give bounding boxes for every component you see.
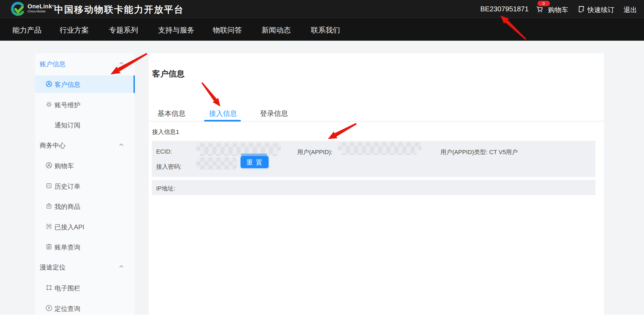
geofence-icon [45,284,53,291]
user-circle-icon [45,162,53,169]
nav-item-news[interactable]: 新闻动态 [262,25,291,35]
sidebar-group-label: 账户信息 [40,60,66,68]
sidebar-item-label: 账号维护 [54,101,80,109]
sidebar-group-label: 漫途定位 [40,263,66,272]
tab-access-info[interactable]: 接入信息 [209,109,237,118]
sidebar-group-account-info[interactable]: 账户信息 [35,55,135,72]
page-title: 客户信息 [152,68,184,79]
active-tab-underline [204,120,241,122]
quick-renew-icon[interactable] [577,5,586,13]
location-pin-icon [45,304,53,312]
sidebar-item-customer-info[interactable]: 客户信息 [35,75,135,93]
site-title: 中国移动物联卡能力开放平台 [54,4,184,16]
bill-clipboard-icon [45,243,53,250]
access-info-section-label: 接入信息1 [152,128,179,136]
user-id-label[interactable]: BE2307951871 [480,5,529,13]
sidebar-item-bill-inquiry[interactable]: 账单查询 [35,238,135,256]
sidebar-group-mantu-location[interactable]: 漫途定位 [35,258,135,276]
redacted-highlight [241,154,267,156]
sidebar-item-label: 我的商品 [54,202,80,211]
tab-basic-info[interactable]: 基本信息 [157,109,186,118]
gear-icon [45,101,53,108]
chevron-up-icon [119,62,124,65]
access-password-label: 接入密码: [156,163,181,171]
nav-item-capability-products[interactable]: 能力产品 [12,25,42,35]
tab-login-info[interactable]: 登录信息 [260,109,288,118]
chevron-up-icon [119,265,124,268]
appid-type-label-value: 用户(APPID)类型: CT V5用户 [440,148,518,156]
password-value-redacted [196,157,237,170]
sidebar-item-label: 历史订单 [54,182,80,191]
appid-type-value: CT V5用户 [489,149,518,155]
sidebar-item-notification-subscription[interactable]: 通知订阅 [35,116,135,134]
cart-icon[interactable] [536,5,544,13]
nav-item-industry-solutions[interactable]: 行业方案 [60,25,89,35]
sidebar-item-account-maintenance[interactable]: 账号维护 [35,96,135,113]
nav-item-contact-us[interactable]: 联系我们 [311,25,340,35]
api-pin-icon [45,223,53,230]
quick-renew-link[interactable]: 快速续订 [587,5,614,14]
onelink-logo-icon [11,2,25,16]
user-circle-icon [45,80,53,88]
nav-item-support-services[interactable]: 支持与服务 [158,25,194,35]
reset-password-button[interactable]: 重 置 [241,156,269,168]
sidebar-item-geofence[interactable]: 电子围栏 [35,279,135,297]
ip-address-card [152,180,595,195]
appid-value-redacted [342,149,417,155]
top-header-bar: OneLinkTM China Mobile 中国移动物联卡能力开放平台 BE2… [0,0,644,18]
logout-link[interactable]: 退出 [624,5,637,14]
sidebar-item-location-query[interactable]: 定位查询 [35,300,135,317]
sidebar-item-label: 购物车 [54,162,74,170]
ecid-value-redacted [196,143,281,151]
history-icon [45,182,53,189]
chevron-up-icon [119,143,124,146]
sidebar-item-order-history[interactable]: 历史订单 [35,177,135,195]
sidebar-item-label: 电子围栏 [54,284,80,293]
sidebar-menu: 账户信息 客户信息 账号维护 通知订阅 商务中心 [35,53,135,315]
primary-nav-bar: 能力产品 行业方案 专题系列 支持与服务 物联问答 新闻动态 联系我们 [0,18,644,41]
sidebar-item-connected-api[interactable]: 已接入API [35,218,135,235]
sidebar-group-business-center[interactable]: 商务中心 [35,136,135,154]
cart-link[interactable]: 购物车 [548,5,568,14]
sidebar-item-label: 客户信息 [54,80,80,89]
sidebar-item-label: 通知订阅 [54,121,80,130]
sidebar-item-my-products[interactable]: 我的商品 [35,197,135,215]
sidebar-item-label: 定位查询 [54,304,80,313]
appid-label: 用户(APPID): [297,148,333,156]
sidebar-item-shopping-cart[interactable]: 购物车 [35,157,135,174]
sidebar-item-label: 账单查询 [54,243,80,252]
selected-item-bar [133,75,135,93]
nav-item-special-series[interactable]: 专题系列 [109,25,138,35]
main-content-panel: 客户信息 基本信息 接入信息 登录信息 接入信息1 ECID: 用户(APPID… [149,53,604,315]
sidebar-item-label: 已接入API [54,223,84,231]
shopping-bag-icon [45,202,53,210]
ip-address-label: IP地址: [156,185,175,193]
app-root: OneLinkTM China Mobile 中国移动物联卡能力开放平台 BE2… [0,0,644,333]
ecid-label: ECID: [156,148,172,155]
sidebar-group-label: 商务中心 [40,141,66,150]
nav-item-iot-qa[interactable]: 物联问答 [213,25,242,35]
